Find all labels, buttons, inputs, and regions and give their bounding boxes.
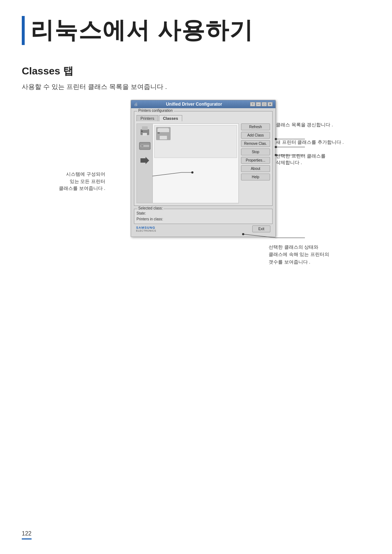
- remove-class-button[interactable]: Remove Clas.: [241, 140, 270, 147]
- refresh-button[interactable]: Refresh: [241, 123, 270, 130]
- section-title: Classes 탭: [22, 64, 370, 78]
- section-description: 사용할 수 있는 프린터 클래스 목록을 보여줍니다 .: [22, 82, 370, 91]
- selected-class-label: Selected class:: [137, 206, 164, 210]
- remove-class-annotation: 선택한 프린터 클래스를 삭제합니다 .: [276, 153, 363, 166]
- group-label: Printers configuration: [137, 109, 174, 113]
- left-annotation: 시스템에 구성되어 있는 모든 프린터 클래스를 보여줍니다 .: [33, 171, 105, 192]
- add-class-button[interactable]: Add Class: [241, 132, 270, 139]
- page-number: 122: [22, 530, 32, 539]
- dialog-titlebar: 🖨 Unified Driver Configurator ? ─ □ ✕: [131, 100, 275, 108]
- state-label: State:: [136, 211, 146, 215]
- printer-sidebar-icon[interactable]: [139, 125, 151, 138]
- minimize-button[interactable]: ─: [256, 102, 261, 106]
- samsung-sub: ELECTRONICS: [136, 229, 156, 232]
- properties-button[interactable]: Properties...: [241, 157, 270, 164]
- dialog-bottom: SAMSUNG ELECTRONICS Exit: [134, 224, 273, 234]
- dialog-inner: Refresh Add Class Remove Clas. Stop Prop…: [136, 123, 270, 203]
- exit-button[interactable]: Exit: [252, 225, 270, 232]
- close-button[interactable]: ✕: [268, 102, 273, 106]
- page-header: 리눅스에서 사용하기: [0, 0, 392, 57]
- help-dialog-button[interactable]: Help: [241, 174, 270, 180]
- svg-rect-3: [141, 131, 143, 132]
- svg-marker-7: [140, 157, 149, 164]
- page-title: 리눅스에서 사용하기: [30, 15, 253, 46]
- help-button[interactable]: ?: [250, 102, 255, 106]
- tab-printers[interactable]: Printers: [136, 115, 158, 121]
- about-button[interactable]: About: [241, 165, 270, 172]
- svg-rect-1: [142, 126, 148, 130]
- printer-thumbnail: [156, 127, 171, 140]
- svg-rect-9: [158, 128, 168, 131]
- right-buttons-panel: Refresh Add Class Remove Clas. Stop Prop…: [241, 123, 270, 203]
- page-number-area: 122: [22, 530, 32, 539]
- sidebar-icons: [137, 124, 153, 203]
- title-accent-bar: [22, 16, 25, 45]
- maximize-button[interactable]: □: [262, 102, 267, 106]
- printers-label: Printers in class:: [136, 217, 163, 221]
- state-row: State:: [136, 211, 270, 216]
- tab-classes[interactable]: Classes: [159, 115, 182, 121]
- selected-class-box: Selected class: State: Printers in class…: [134, 209, 273, 224]
- arrow-sidebar-icon[interactable]: [139, 154, 151, 167]
- add-class-annotation: 새 프린터 클래스를 추가합니다 .: [276, 139, 363, 146]
- dialog-title: Unified Driver Configurator: [166, 102, 222, 107]
- svg-rect-10: [160, 136, 167, 139]
- samsung-brand: SAMSUNG ELECTRONICS: [136, 226, 156, 232]
- dialog-controls[interactable]: ? ─ □ ✕: [250, 102, 273, 106]
- samsung-logo: SAMSUNG: [136, 226, 155, 229]
- right-annotations: 클래스 목록을 갱신합니다 . 새 프린터 클래스를 추가합니다 . 선택한 프…: [276, 122, 363, 166]
- tabs-row[interactable]: Printers Classes: [136, 115, 270, 121]
- left-main-content: [153, 124, 238, 203]
- stop-button[interactable]: Stop: [241, 148, 270, 155]
- printer-list-item[interactable]: [154, 125, 237, 158]
- bottom-annotation: 선택한 클래스의 상태와 클래스에 속해 있는 프린터의 갯수를 보여줍니다 .: [269, 244, 363, 266]
- printers-row: Printers in class:: [136, 216, 270, 222]
- refresh-annotation: 클래스 목록을 갱신합니다 .: [276, 122, 363, 128]
- scanner-sidebar-icon[interactable]: [139, 140, 151, 152]
- svg-rect-11: [158, 132, 160, 134]
- unified-driver-dialog: 🖨 Unified Driver Configurator ? ─ □ ✕ Pr…: [131, 100, 276, 237]
- left-panel: [136, 123, 239, 203]
- svg-rect-6: [141, 146, 143, 146]
- printers-config-group: Printers configuration Printers Classes: [134, 111, 273, 206]
- svg-rect-2: [143, 133, 147, 136]
